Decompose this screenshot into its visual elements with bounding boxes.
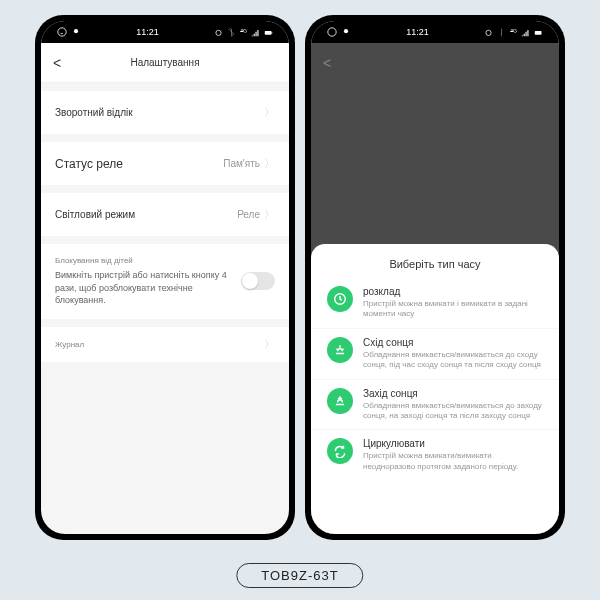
row-light-mode[interactable]: Світловий режим Реле 〉 — [41, 193, 289, 236]
lock-heading: Блокування від дітей — [55, 256, 235, 265]
option-desc: Пристрій можна вмикати і вимикати в зада… — [363, 299, 543, 320]
option-title: Циркулювати — [363, 438, 543, 449]
sheet-title: Виберіть тип часу — [311, 258, 559, 270]
option-desc: Пристрій можна вмикати/вимикати неоднора… — [363, 451, 543, 472]
back-button: < — [323, 55, 331, 71]
option-title: Захід сонця — [363, 388, 543, 399]
chevron-right-icon: 〉 — [264, 337, 275, 352]
option-cycle[interactable]: Циркулювати Пристрій можна вмикати/вимик… — [311, 430, 559, 480]
product-code: TOB9Z-63T — [236, 563, 363, 588]
bluetooth-icon — [497, 28, 506, 37]
phone-time-type: 11:21 ⁴ᴳ < Виберіть тип часу — [305, 15, 565, 540]
app-bar-dimmed: < — [311, 43, 559, 83]
pin-icon — [71, 27, 81, 37]
row-journal[interactable]: Журнал 〉 — [41, 327, 289, 362]
row-countdown[interactable]: Зворотний відлік 〉 — [41, 91, 289, 134]
time-type-sheet: Виберіть тип часу розклад Пристрій можна… — [311, 244, 559, 534]
row-label: Зворотний відлік — [55, 107, 133, 118]
status-bar: 11:21 ⁴ᴳ — [311, 21, 559, 43]
clock-icon — [327, 286, 353, 312]
row-relay-status[interactable]: Статус реле Пам'ять 〉 — [41, 142, 289, 185]
whatsapp-icon — [327, 27, 337, 37]
svg-point-7 — [486, 30, 491, 35]
svg-rect-8 — [535, 31, 542, 35]
svg-point-1 — [74, 29, 78, 33]
option-desc: Обладнання вмикається/вимикається до схо… — [363, 350, 543, 371]
option-title: Схід сонця — [363, 337, 543, 348]
row-child-lock: Блокування від дітей Вимкніть пристрій а… — [41, 244, 289, 319]
lock-description: Вимкніть пристрій або натисніть кнопку 4… — [55, 269, 235, 307]
option-desc: Обладнання вмикається/вимикається до зах… — [363, 401, 543, 422]
row-label: Світловий режим — [55, 209, 135, 220]
alarm-icon — [214, 28, 223, 37]
status-time: 11:21 — [136, 27, 159, 37]
bluetooth-icon — [227, 28, 236, 37]
sunrise-icon — [327, 337, 353, 363]
phone-settings: 11:21 ⁴ᴳ < Налаштування Зворотний відлік… — [35, 15, 295, 540]
row-label: Статус реле — [55, 157, 123, 171]
option-title: розклад — [363, 286, 543, 297]
option-schedule[interactable]: розклад Пристрій можна вмикати і вимикат… — [311, 278, 559, 329]
chevron-right-icon: 〉 — [264, 207, 275, 222]
row-value: Реле — [237, 209, 260, 220]
svg-point-0 — [58, 28, 66, 36]
svg-rect-4 — [272, 32, 273, 34]
svg-rect-3 — [265, 31, 272, 35]
whatsapp-icon — [57, 27, 67, 37]
network-icon: ⁴ᴳ — [510, 28, 517, 37]
journal-label: Журнал — [55, 340, 84, 349]
chevron-right-icon: 〉 — [264, 105, 275, 120]
status-bar: 11:21 ⁴ᴳ — [41, 21, 289, 43]
alarm-icon — [484, 28, 493, 37]
svg-point-6 — [344, 29, 348, 33]
battery-icon — [534, 28, 543, 37]
pin-icon — [341, 27, 351, 37]
page-title: Налаштування — [41, 57, 289, 68]
sunset-icon — [327, 388, 353, 414]
battery-icon — [264, 28, 273, 37]
signal-icon — [251, 28, 260, 37]
svg-point-5 — [328, 28, 336, 36]
cycle-icon — [327, 438, 353, 464]
network-icon: ⁴ᴳ — [240, 28, 247, 37]
chevron-right-icon: 〉 — [264, 156, 275, 171]
status-time: 11:21 — [406, 27, 429, 37]
child-lock-toggle[interactable] — [241, 272, 275, 290]
option-sunset[interactable]: Захід сонця Обладнання вмикається/вимика… — [311, 380, 559, 431]
signal-icon — [521, 28, 530, 37]
row-value: Пам'ять — [223, 158, 260, 169]
svg-point-2 — [216, 30, 221, 35]
option-sunrise[interactable]: Схід сонця Обладнання вмикається/вимикає… — [311, 329, 559, 380]
app-bar: < Налаштування — [41, 43, 289, 83]
